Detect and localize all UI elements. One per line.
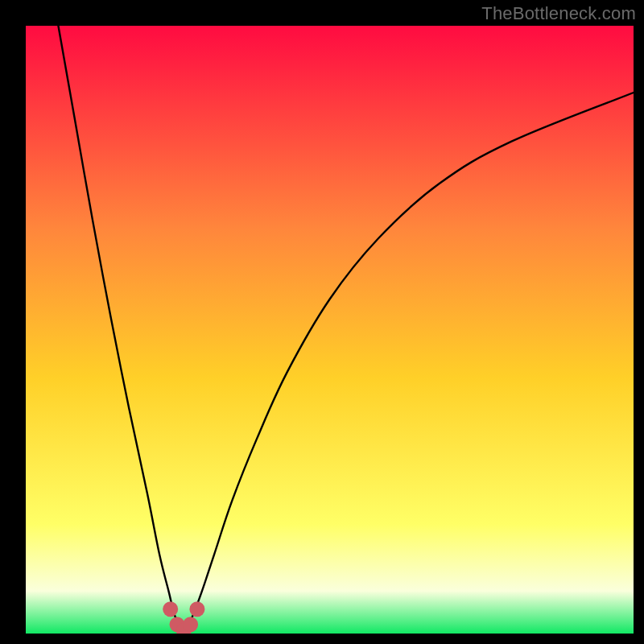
chart-frame: TheBottleneck.com <box>0 0 644 644</box>
valley-marker <box>189 601 204 617</box>
valley-marker <box>163 601 178 617</box>
valley-marker <box>183 617 198 632</box>
watermark-text: TheBottleneck.com <box>481 3 636 24</box>
bottleneck-chart <box>0 0 644 644</box>
gradient-panel <box>26 26 634 634</box>
